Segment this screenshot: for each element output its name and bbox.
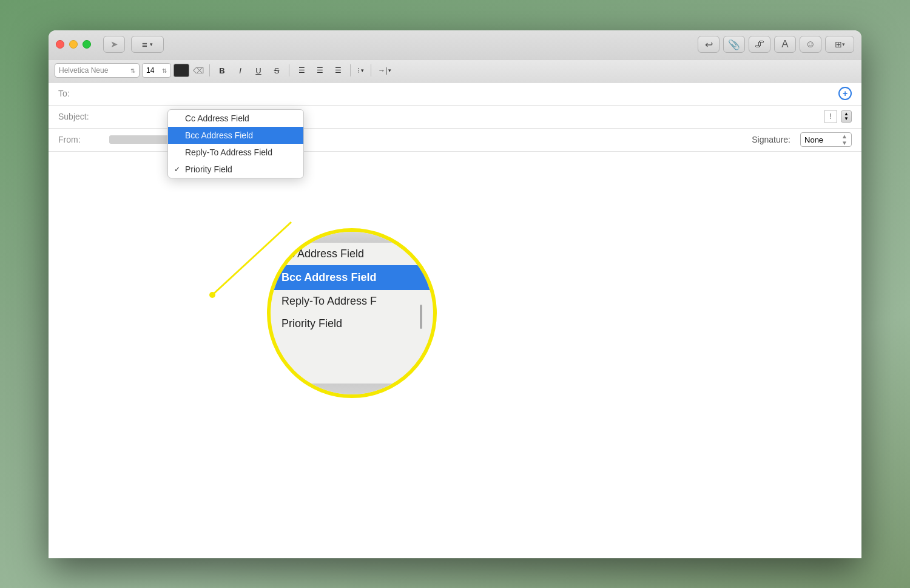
- menu-item-bcc[interactable]: Bcc Address Field: [168, 127, 303, 144]
- font-selector-arrows: ⇅: [130, 67, 135, 74]
- bold-button[interactable]: B: [214, 64, 230, 77]
- reply-icon: ↩: [705, 39, 713, 50]
- menu-item-reply-to-label: Reply-To Address Field: [185, 147, 272, 157]
- font-name-label: Helvetica Neue: [59, 66, 108, 75]
- paperclip-button[interactable]: 📎: [723, 36, 745, 53]
- list-menu-button[interactable]: ≡ ▾: [131, 36, 164, 53]
- signature-label: Signature:: [752, 135, 790, 144]
- chevron-down-icon: ▾: [150, 41, 153, 47]
- eraser-button[interactable]: ⌫: [192, 64, 205, 77]
- close-button[interactable]: [56, 40, 64, 49]
- align-right-icon: ☰: [335, 66, 342, 75]
- toolbar-right: ↩ 📎 🖇 A ☺ ⊞ ▾: [698, 36, 854, 53]
- minimize-button[interactable]: [69, 40, 78, 49]
- from-label: From:: [58, 135, 107, 144]
- format-bar: Helvetica Neue ⇅ 14 ⇅ ⌫ B I U S ☰ ☰: [49, 59, 861, 83]
- send-icon: ➤: [110, 39, 118, 50]
- traffic-lights: [56, 40, 91, 49]
- font-size-arrows: ⇅: [162, 67, 167, 74]
- mail-compose-window: ➤ ≡ ▾ ↩ 📎 🖇 A ☺ ⊞ ▾: [49, 30, 861, 558]
- font-size-selector[interactable]: 14 ⇅: [142, 63, 171, 78]
- subject-field-actions: ! ▲ ▼: [824, 110, 852, 123]
- italic-icon: I: [239, 66, 241, 75]
- align-left-icon: ☰: [298, 66, 305, 75]
- paperclip-icon: 📎: [728, 39, 740, 50]
- strikethrough-icon: S: [274, 66, 280, 75]
- priority-button[interactable]: !: [824, 110, 837, 123]
- send-button[interactable]: ➤: [103, 36, 125, 53]
- font-icon: A: [781, 38, 788, 50]
- signature-value: None: [804, 135, 823, 144]
- separator-4: [371, 64, 371, 76]
- attachment-button[interactable]: 🖇: [749, 36, 770, 53]
- italic-button[interactable]: I: [232, 64, 248, 77]
- indent-button[interactable]: →| ▾: [376, 64, 394, 77]
- attachment-icon: 🖇: [755, 39, 764, 50]
- subject-arrows[interactable]: ▲ ▼: [841, 110, 852, 123]
- fields-area: To: + Subject: ! ▲ ▼ From:: [49, 83, 861, 558]
- separator-1: [209, 64, 210, 76]
- list-icon: ≡: [142, 39, 147, 50]
- emoji-button[interactable]: ☺: [800, 36, 821, 53]
- menu-item-priority-label: Priority Field: [185, 164, 232, 174]
- font-button[interactable]: A: [774, 36, 796, 53]
- eraser-icon: ⌫: [193, 66, 204, 75]
- maximize-button[interactable]: [83, 40, 91, 49]
- bullet-list-button[interactable]: ⁝ ▾: [355, 64, 366, 77]
- align-center-button[interactable]: ☰: [312, 64, 328, 77]
- strikethrough-button[interactable]: S: [269, 64, 285, 77]
- align-left-button[interactable]: ☰: [294, 64, 309, 77]
- add-recipient-button[interactable]: +: [838, 87, 852, 100]
- to-field-row: To: +: [49, 83, 861, 106]
- font-selector[interactable]: Helvetica Neue ⇅: [55, 63, 140, 78]
- list-chevron-icon: ▾: [361, 67, 364, 73]
- indent-icon: →|: [378, 66, 387, 75]
- menu-item-bcc-label: Bcc Address Field: [185, 130, 253, 140]
- bold-icon: B: [219, 66, 224, 75]
- menu-item-cc-label: Cc Address Field: [185, 113, 249, 123]
- menu-item-priority[interactable]: Priority Field: [168, 161, 303, 178]
- indent-chevron-icon: ▾: [388, 67, 391, 73]
- to-label: To:: [58, 89, 107, 98]
- dropdown-menu: Cc Address Field Bcc Address Field Reply…: [167, 109, 304, 178]
- photo-button[interactable]: ⊞ ▾: [825, 36, 854, 53]
- photo-icon: ⊞: [835, 39, 842, 49]
- underline-icon: U: [255, 66, 261, 75]
- separator-2: [289, 64, 289, 76]
- menu-item-reply-to[interactable]: Reply-To Address Field: [168, 144, 303, 161]
- text-color-button[interactable]: [174, 64, 189, 77]
- font-size-label: 14: [146, 66, 154, 75]
- signature-selector[interactable]: None ▲▼: [800, 132, 852, 147]
- reply-button[interactable]: ↩: [698, 36, 720, 53]
- align-right-button[interactable]: ☰: [330, 64, 346, 77]
- title-bar: ➤ ≡ ▾ ↩ 📎 🖇 A ☺ ⊞ ▾: [49, 30, 861, 59]
- separator-3: [350, 64, 351, 76]
- to-field-actions: +: [838, 87, 852, 100]
- menu-item-cc[interactable]: Cc Address Field: [168, 110, 303, 127]
- photo-chevron-icon: ▾: [842, 41, 845, 47]
- signature-arrows: ▲▼: [841, 133, 848, 146]
- bullet-list-icon: ⁝: [357, 66, 360, 75]
- to-input[interactable]: [107, 83, 838, 105]
- compose-body[interactable]: [49, 152, 861, 558]
- underline-button[interactable]: U: [251, 64, 266, 77]
- subject-label: Subject:: [58, 112, 107, 121]
- align-center-icon: ☰: [317, 66, 323, 75]
- emoji-icon: ☺: [806, 39, 815, 50]
